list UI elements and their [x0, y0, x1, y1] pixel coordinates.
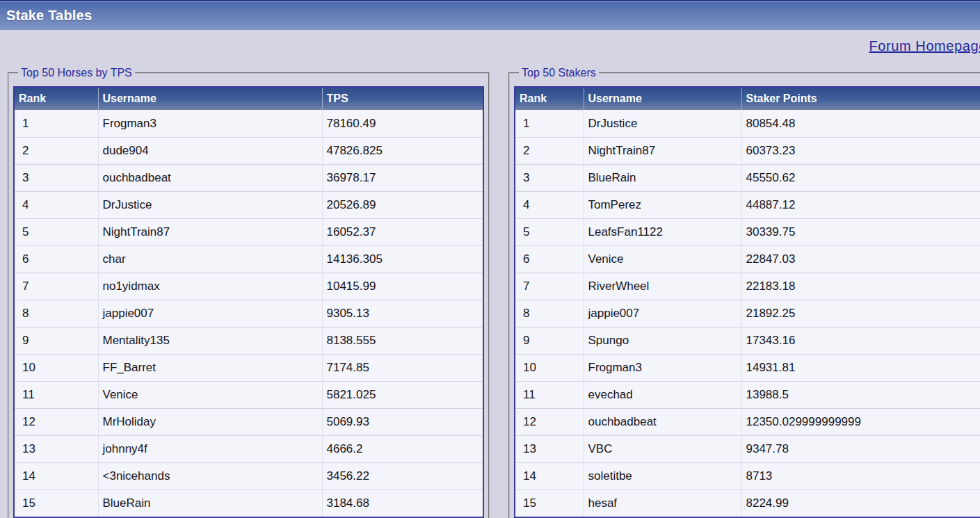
table-row: 12ouchbadbeat12350.029999999999 — [515, 409, 980, 436]
cell-rank: 4 — [515, 192, 584, 219]
table-row: 15BlueRain3184.68 — [14, 490, 483, 518]
cell-username: <3nicehands — [98, 463, 322, 490]
cell-username: BlueRain — [98, 490, 322, 518]
cell-username: soletitbe — [584, 463, 741, 490]
cell-username: Spungo — [584, 327, 741, 355]
cell-staker-points: 17343.16 — [741, 327, 980, 355]
cell-staker-points: 44887.12 — [741, 192, 980, 219]
cell-rank: 7 — [14, 273, 98, 300]
cell-staker-points: 22847.03 — [741, 246, 980, 273]
horses-table: Rank Username TPS 1Frogman378160.492dude… — [13, 86, 484, 518]
column-header-staker-points: Staker Points — [741, 87, 980, 111]
cell-tps: 3456.22 — [322, 463, 483, 490]
horses-table-body: 1Frogman378160.492dude90447826.8253ouchb… — [14, 111, 483, 518]
cell-rank: 2 — [515, 138, 584, 165]
cell-staker-points: 21892.25 — [741, 300, 980, 327]
cell-rank: 10 — [515, 355, 584, 382]
cell-tps: 5821.025 — [322, 382, 483, 409]
cell-tps: 3184.68 — [322, 490, 483, 518]
cell-rank: 11 — [515, 382, 584, 409]
cell-tps: 7174.85 — [322, 355, 483, 382]
cell-username: evechad — [584, 382, 741, 409]
cell-rank: 8 — [14, 300, 98, 327]
column-header-tps: TPS — [322, 87, 483, 111]
cell-rank: 3 — [515, 165, 584, 192]
page-header-bar: Stake Tables — [0, 0, 980, 30]
cell-username: johnny4f — [98, 436, 322, 463]
column-header-username: Username — [98, 87, 322, 111]
cell-rank: 14 — [515, 463, 584, 490]
cell-rank: 15 — [14, 490, 98, 518]
cell-rank: 8 — [515, 300, 584, 327]
table-row: 2NightTrain8760373.23 — [515, 138, 980, 165]
table-row: 1Frogman378160.49 — [14, 111, 483, 138]
cell-staker-points: 80854.48 — [741, 111, 980, 138]
cell-rank: 2 — [14, 138, 98, 165]
cell-tps: 8138.555 — [322, 327, 483, 355]
table-row: 9Mentality1358138.555 — [14, 327, 483, 355]
cell-username: MrHoliday — [98, 409, 322, 436]
cell-rank: 7 — [515, 273, 584, 300]
cell-tps: 78160.49 — [322, 111, 483, 138]
cell-tps: 5069.93 — [322, 409, 483, 436]
cell-staker-points: 8713 — [741, 463, 980, 490]
cell-rank: 1 — [515, 111, 584, 138]
cell-username: NightTrain87 — [98, 219, 322, 246]
table-row: 6Venice22847.03 — [515, 246, 980, 273]
cell-staker-points: 13988.5 — [741, 382, 980, 409]
table-row: 2dude90447826.825 — [14, 138, 483, 165]
cell-rank: 4 — [14, 192, 98, 219]
cell-username: jappie007 — [98, 300, 322, 327]
cell-rank: 11 — [14, 382, 98, 409]
cell-tps: 14136.305 — [322, 246, 483, 273]
cell-username: Mentality135 — [98, 327, 322, 355]
table-row: 7no1yidmax10415.99 — [14, 273, 483, 300]
table-row: 7RiverWheel22183.18 — [515, 273, 980, 300]
cell-username: Frogman3 — [98, 111, 322, 138]
table-row: 14soletitbe8713 — [515, 463, 980, 490]
cell-rank: 6 — [515, 246, 584, 273]
table-row: 10Frogman314931.81 — [515, 355, 980, 382]
table-row: 12MrHoliday5069.93 — [14, 409, 483, 436]
cell-tps: 47826.825 — [322, 138, 483, 165]
cell-username: LeafsFan1122 — [584, 219, 741, 246]
table-row: 9Spungo17343.16 — [515, 327, 980, 355]
cell-staker-points: 12350.029999999999 — [741, 409, 980, 436]
stakers-panel: Top 50 Stakers Rank Username Staker Poin… — [508, 67, 980, 518]
cell-username: TomPerez — [584, 192, 741, 219]
horses-panel: Top 50 Horses by TPS Rank Username TPS 1… — [8, 67, 490, 518]
cell-username: no1yidmax — [98, 273, 322, 300]
cell-rank: 9 — [14, 327, 98, 355]
cell-rank: 3 — [14, 165, 98, 192]
stakers-panel-legend: Top 50 Stakers — [519, 67, 599, 79]
cell-staker-points: 30339.75 — [741, 219, 980, 246]
cell-rank: 12 — [14, 409, 98, 436]
cell-rank: 13 — [515, 436, 584, 463]
stakers-table: Rank Username Staker Points 1DrJustice80… — [514, 86, 980, 518]
cell-rank: 15 — [515, 490, 584, 518]
cell-username: Venice — [98, 382, 322, 409]
cell-username: BlueRain — [584, 165, 741, 192]
table-row: 4DrJustice20526.89 — [14, 192, 483, 219]
cell-username: NightTrain87 — [584, 138, 741, 165]
horses-panel-legend: Top 50 Horses by TPS — [18, 67, 135, 79]
cell-username: DrJustice — [584, 111, 741, 138]
table-row: 5LeafsFan112230339.75 — [515, 219, 980, 246]
column-header-rank: Rank — [515, 87, 584, 111]
cell-username: hesaf — [584, 490, 741, 518]
forum-homepage-link[interactable]: Forum Homepage — [869, 38, 980, 54]
cell-rank: 5 — [515, 219, 584, 246]
cell-username: dude904 — [98, 138, 322, 165]
column-header-rank: Rank — [14, 87, 98, 111]
cell-tps: 16052.37 — [322, 219, 483, 246]
table-row: 10FF_Barret7174.85 — [14, 355, 483, 382]
cell-tps: 4666.2 — [322, 436, 483, 463]
table-row: 3BlueRain45550.62 — [515, 165, 980, 192]
cell-staker-points: 45550.62 — [741, 165, 980, 192]
cell-username: FF_Barret — [98, 355, 322, 382]
table-row: 11evechad13988.5 — [515, 382, 980, 409]
cell-username: char — [98, 246, 322, 273]
cell-rank: 6 — [14, 246, 98, 273]
cell-rank: 10 — [14, 355, 98, 382]
table-row: 14<3nicehands3456.22 — [14, 463, 483, 490]
